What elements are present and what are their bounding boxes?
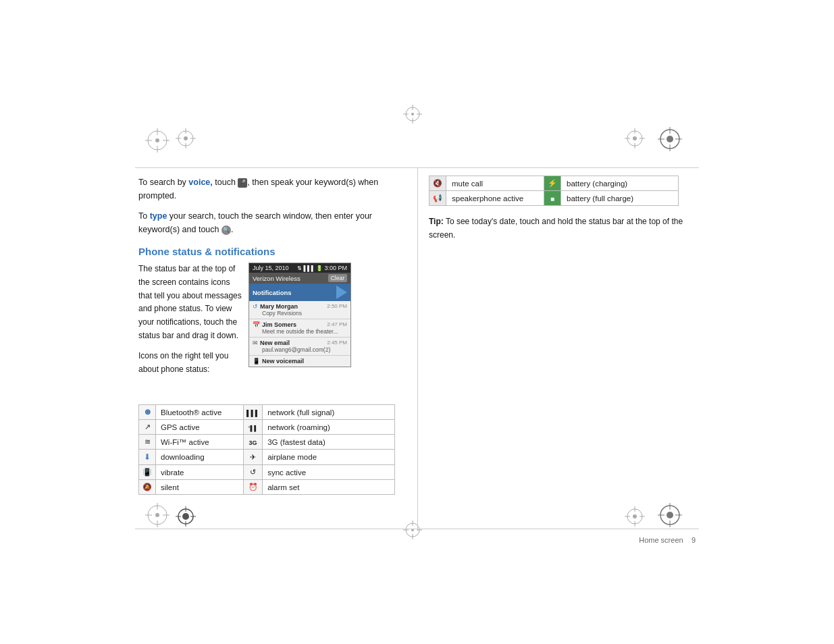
battery-full-icon-cell: ■ [544, 191, 561, 206]
body-text-1: The status bar at the top of the screen … [138, 263, 243, 343]
label-cell-2: network (full signal) [263, 405, 395, 420]
notification-item-4: 📱 New voicemail [249, 356, 350, 367]
status-icons-table: ⊛ Bluetooth® active ▌▌▌ network (full si… [138, 404, 395, 495]
svg-point-31 [182, 513, 189, 520]
svg-point-43 [667, 512, 673, 518]
table-row: ↗ GPS active °▌▌ network (roaming) [139, 420, 395, 435]
mic-icon: 🎤 [238, 178, 247, 188]
search-inline-icon: 🔍 [221, 225, 231, 235]
icon-cell: 🔕 [139, 480, 156, 495]
battery-charging-icon-cell: ⚡ [544, 176, 561, 191]
label-cell: Bluetooth® active [156, 405, 244, 420]
wifi-icon: ≋ [145, 437, 151, 446]
body-text-2: Icons on the right tell you about phone … [138, 350, 243, 377]
intro-type-text2: your search, touch the search window, th… [138, 211, 372, 234]
phone-notifications-header: Notifications [249, 284, 350, 301]
phone-carrier: Verizon Wireless [253, 275, 301, 282]
intro-type-text3: . [231, 225, 233, 234]
notif4-title: New voicemail [262, 358, 304, 365]
corner-mark-br-outer [658, 503, 682, 527]
icon-cell: 📳 [139, 465, 156, 480]
notification-item-3: ✉ New email 2:45 PM paul.wang6@gmail.com… [249, 338, 350, 356]
svg-point-19 [667, 136, 673, 142]
svg-point-7 [184, 136, 188, 140]
notif2-sub: Meet me outside the theater... [253, 328, 347, 335]
mute-icon-cell: 🔇 [429, 176, 446, 191]
corner-mark-bl-outer [145, 503, 170, 527]
mute-icon: 🔇 [433, 179, 442, 187]
corner-mark-br-inner [625, 506, 645, 527]
battery-full-icon: ■ [550, 195, 554, 203]
notification-item-1: ↺ Mary Morgan 2:50 PM Copy Revisions [249, 301, 350, 319]
notif3-time: 2:45 PM [327, 340, 347, 346]
table-row: ⊛ Bluetooth® active ▌▌▌ network (full si… [139, 405, 395, 420]
airplane-icon: ✈ [250, 453, 256, 461]
table-row: 📢 speakerphone active ■ battery (full ch… [429, 191, 679, 206]
label-cell-2: sync active [263, 465, 395, 480]
label-cell-2: 3G (fastest data) [263, 435, 395, 450]
phone-date: July 15, 2010 [253, 265, 289, 271]
section-heading: Phone status & notifications [138, 246, 405, 257]
icon-cell-2: ✈ [244, 450, 263, 465]
phone-screenshot: July 15, 2010 ⇅ ▌▌▌ 🔋 3:00 PM Verizon Wi… [249, 263, 351, 367]
roaming-icon: °▌▌ [248, 425, 258, 431]
notification-item-2: 📅 Jim Somers 2:47 PM Meet me outside the… [249, 319, 350, 338]
label-cell: downloading [156, 450, 244, 465]
intro-type-text1: To [138, 211, 150, 221]
svg-point-49 [411, 113, 414, 115]
svg-point-13 [633, 136, 637, 140]
phone-carrier-row: Verizon Wireless Clear [249, 273, 350, 284]
vibrate-icon: 📳 [142, 468, 152, 476]
svg-point-37 [633, 514, 637, 518]
gps-icon: ↗ [145, 423, 151, 431]
notif1-sub: Copy Revisions [253, 310, 347, 317]
center-mark-bottom [403, 520, 422, 539]
notif3-title: New email [260, 340, 290, 346]
tip-text: To see today's date, touch and hold the … [429, 217, 683, 240]
label-cell-2: network (roaming) [263, 420, 395, 435]
battery-charging-icon: ⚡ [548, 179, 557, 187]
intro-voice-text2: touch [213, 178, 238, 187]
table-row: ⬇ downloading ✈ airplane mode [139, 450, 395, 465]
phone-time: 3:00 PM [324, 265, 347, 271]
corner-mark-tr-outer [658, 127, 682, 151]
intro-voice-paragraph: To search by voice, touch 🎤, then speak … [138, 176, 405, 203]
speaker-icon: 📢 [433, 194, 442, 202]
intro-voice-text1: To search by [138, 178, 188, 187]
intro-voice-bold: voice, [188, 178, 212, 187]
page-number: 9 [692, 536, 696, 544]
page-info: Home screen 9 [639, 536, 696, 544]
intro-type-bold: type [150, 211, 167, 221]
mute-label-cell: mute call [446, 176, 544, 191]
tip-paragraph: Tip: To see today's date, touch and hold… [429, 215, 685, 242]
mute-icons-table: 🔇 mute call ⚡ battery (charging) 📢 speak… [429, 176, 679, 206]
label-cell: vibrate [156, 465, 244, 480]
right-column: 🔇 mute call ⚡ battery (charging) 📢 speak… [429, 176, 685, 242]
table-row: 🔕 silent ⏰ alarm set [139, 480, 395, 495]
phone-status-bar: July 15, 2010 ⇅ ▌▌▌ 🔋 3:00 PM [249, 263, 350, 273]
intro-type-paragraph: To type your search, touch the search wi… [138, 209, 405, 236]
notif2-time: 2:47 PM [327, 321, 347, 327]
speaker-icon-cell: 📢 [429, 191, 446, 206]
notif1-time: 2:50 PM [327, 303, 347, 309]
silent-icon: 🔕 [142, 483, 152, 491]
label-cell-2: alarm set [263, 480, 395, 495]
left-column: To search by voice, touch 🎤, then speak … [138, 176, 405, 495]
corner-mark-tl-inner [176, 128, 196, 149]
icon-cell-2: ↺ [244, 465, 263, 480]
svg-point-1 [155, 138, 159, 142]
phone-clear-btn[interactable]: Clear [328, 274, 347, 282]
battery-charging-label-cell: battery (charging) [561, 176, 679, 191]
tip-bold: Tip: [429, 217, 444, 226]
sync-icon: ↺ [250, 468, 256, 476]
icon-cell: ≋ [139, 435, 156, 450]
bluetooth-icon: ⊛ [145, 408, 151, 416]
corner-mark-tl-outer [145, 128, 170, 153]
center-mark-top [403, 105, 422, 124]
table-row: ≋ Wi-Fi™ active 3G 3G (fastest data) [139, 435, 395, 450]
table-row: 🔇 mute call ⚡ battery (charging) [429, 176, 679, 191]
signal-icon: ▌▌▌ [246, 410, 259, 417]
icon-cell: ⊛ [139, 405, 156, 420]
notif2-title: Jim Somers [262, 321, 296, 328]
icon-cell-2: °▌▌ [244, 420, 263, 435]
